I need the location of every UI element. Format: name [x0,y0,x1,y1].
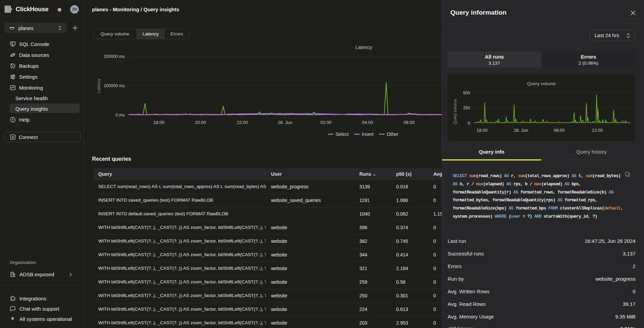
svg-text:Insert: Insert [362,131,374,137]
svg-text:28. Jun: 28. Jun [514,128,528,133]
svg-text:18:00: 18:00 [477,128,488,133]
svg-text:20:00: 20:00 [195,120,206,125]
svg-text:200000 ms: 200000 ms [104,54,125,59]
svg-text:06:00: 06:00 [554,128,565,133]
svg-text:12:00: 12:00 [592,128,603,133]
svg-text:28. Jun: 28. Jun [278,120,293,125]
svg-text:04:00: 04:00 [362,120,373,125]
svg-text:18:00: 18:00 [153,120,165,125]
svg-text:250: 250 [463,106,470,110]
svg-text:Query volume: Query volume [527,81,556,86]
svg-text:100000 ms: 100000 ms [104,83,125,88]
svg-text:Select: Select [335,131,349,137]
svg-text:Query volume: Query volume [453,99,458,124]
svg-text:0 ms: 0 ms [116,113,125,118]
svg-text:Latency: Latency [355,45,372,50]
svg-text:Latency: Latency [96,79,101,93]
svg-text:Other: Other [387,131,399,137]
svg-text:06:00: 06:00 [404,120,415,125]
svg-text:500: 500 [463,91,470,95]
svg-text:22:00: 22:00 [237,120,248,125]
svg-text:0: 0 [468,121,470,126]
svg-text:02:00: 02:00 [320,120,332,125]
